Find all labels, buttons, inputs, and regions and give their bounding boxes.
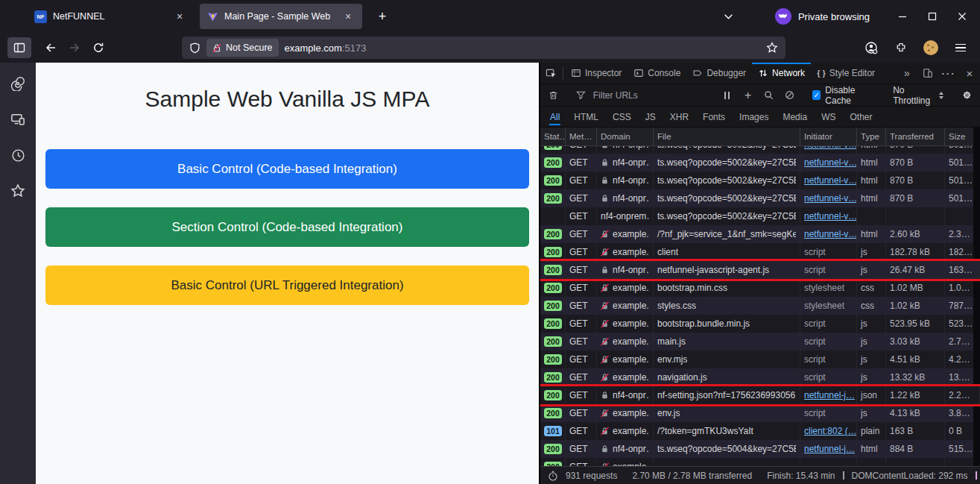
network-request-row[interactable]: 200GETexample.…/?nf_pjk=service_1&nf_smk…	[540, 225, 980, 243]
devtools-tab-inspector[interactable]: Inspector	[565, 63, 627, 84]
column-header[interactable]: File	[654, 128, 800, 145]
history-clock-icon[interactable]	[7, 145, 28, 166]
table-scrollbar-track[interactable]	[973, 128, 980, 466]
status-badge: 200	[544, 146, 562, 150]
initiator-link[interactable]: netfunnel-v…	[804, 207, 857, 225]
page-action-button-1[interactable]: Section Control (Code-based Integration)	[45, 207, 529, 247]
network-request-row[interactable]: 200GETexample.…navigation.jsscriptjs13.3…	[540, 368, 980, 386]
browser-tab-main-page[interactable]: Main Page - Sample Web ×	[200, 4, 362, 29]
network-request-row-highlighted[interactable]: 200GETnf4-onpr…nf-setting.json?nf=175623…	[540, 386, 980, 404]
filter-urls-input[interactable]	[593, 90, 709, 101]
clear-requests-trash-icon[interactable]	[545, 90, 563, 100]
back-button[interactable]	[39, 37, 63, 58]
window-maximize-button[interactable]	[920, 5, 944, 28]
window-close-button[interactable]	[950, 5, 974, 28]
devtools-close-button[interactable]: ×	[959, 63, 980, 84]
initiator-link[interactable]: netfunnel-j…	[804, 386, 855, 404]
network-request-row[interactable]: 200GETnf4-onpr…ts.wseq?opcode=5002&key=2…	[540, 172, 980, 189]
initiator-link[interactable]: netfunnel-j…	[804, 440, 855, 458]
shield-icon[interactable]	[189, 43, 200, 54]
network-settings-gear-icon[interactable]	[958, 89, 976, 101]
tab-close-icon[interactable]: ×	[173, 10, 186, 23]
filter-type-other[interactable]: Other	[849, 109, 873, 125]
window-minimize-button[interactable]	[891, 5, 914, 28]
list-all-tabs-chevron-icon[interactable]	[724, 13, 733, 20]
forward-button[interactable]	[63, 37, 86, 58]
column-header[interactable]: Type	[857, 128, 886, 145]
column-header[interactable]: Initiator	[800, 128, 857, 145]
page-action-button-0[interactable]: Basic Control (Code-based Integration)	[45, 149, 529, 189]
network-request-row-highlighted[interactable]: 200GETnf4-onpr…netfunnel-javascript-agen…	[540, 261, 980, 279]
account-icon[interactable]	[859, 37, 883, 58]
initiator-link[interactable]: netfunnel-v…	[804, 189, 857, 207]
network-request-row[interactable]: 200GETnf4-onpr…ts.wseq?opcode=5002&key=2…	[540, 146, 980, 154]
lock-slash-icon	[601, 319, 609, 328]
initiator-link[interactable]: netfunnel-v…	[804, 225, 857, 243]
ai-chatbot-icon[interactable]	[7, 73, 28, 94]
private-browsing-badge: Private browsing	[775, 8, 870, 25]
network-request-row[interactable]: 200GETexample.…styles.cssstylesheetcss1.…	[540, 297, 980, 315]
devtools-menu-button[interactable]: ···	[938, 63, 959, 84]
network-request-row[interactable]: 200GETexample.…bootstrap.min.cssstyleshe…	[540, 279, 980, 297]
page-action-button-2[interactable]: Basic Control (URL Triggered Integration…	[45, 265, 529, 305]
responsive-design-mode-button[interactable]	[917, 63, 938, 84]
filter-type-all[interactable]: All	[549, 109, 560, 125]
add-request-button[interactable]: +	[739, 89, 757, 102]
throttling-dropdown[interactable]: No Throttling	[888, 85, 948, 106]
initiator-link[interactable]: netfunnel-v…	[804, 172, 857, 189]
column-header[interactable]: Transferred	[886, 128, 945, 145]
lock-slash-icon	[601, 373, 609, 382]
filter-type-html[interactable]: HTML	[573, 109, 599, 125]
url-bar[interactable]: Not Secure example.com:5173	[182, 37, 785, 59]
sidebar-toggle-button[interactable]	[7, 37, 31, 58]
network-request-row[interactable]: 200GETnf4-onpr…ts.wseq?opcode=5002&key=2…	[540, 154, 980, 172]
not-secure-chip[interactable]: Not Secure	[206, 39, 279, 57]
transferred-cell: 4.13 kB	[886, 404, 945, 422]
filter-type-css[interactable]: CSS	[612, 109, 632, 125]
column-header[interactable]: Met…	[566, 128, 597, 145]
stopwatch-icon[interactable]	[548, 471, 558, 481]
devtools-tab-network[interactable]: Network	[752, 63, 811, 84]
filter-type-ws[interactable]: WS	[821, 109, 836, 125]
network-request-row[interactable]: 200GETexample.…clientscriptjs182.78 kB18…	[540, 243, 980, 261]
network-request-row[interactable]: 200GETexample.…env.mjsscriptjs4.51 kB4.2…	[540, 351, 980, 368]
network-request-row[interactable]: 200GETnf4-onpr…ts.wseq?opcode=5002&key=2…	[540, 189, 980, 207]
new-tab-button[interactable]: +	[373, 7, 392, 26]
devtools-tab-style-editor[interactable]: { }Style Editor	[811, 63, 881, 84]
filter-type-fonts[interactable]: Fonts	[702, 109, 726, 125]
network-request-row[interactable]: 200GETexample.…bootstrap.bundle.min.jssc…	[540, 315, 980, 333]
column-header[interactable]: Domain	[597, 128, 654, 145]
filter-type-media[interactable]: Media	[782, 109, 808, 125]
devtools-tab-console[interactable]: Console	[627, 63, 686, 84]
network-request-row[interactable]: GETnf4-onprem…ts.wseq?opcode=5002&key=27…	[540, 207, 980, 225]
network-request-row[interactable]: 101GETexample.…/?token=gmTKU3wsYaItclien…	[540, 422, 980, 440]
network-request-row[interactable]: 200GETexample.…env.jsscriptjs4.13 kB3.8…	[540, 404, 980, 422]
column-header[interactable]: Stat…	[540, 128, 566, 145]
network-request-row[interactable]: 200GETnf4-onpr…ts.wseq?opcode=5004&key=2…	[540, 440, 980, 458]
block-requests-icon[interactable]	[780, 90, 798, 100]
devtools-tab-debugger[interactable]: Debugger	[686, 63, 752, 84]
initiator-link[interactable]: client:802 (…	[804, 422, 857, 440]
bookmark-star-icon[interactable]	[766, 42, 778, 54]
reload-button[interactable]	[86, 37, 110, 58]
table-header-row[interactable]: Stat…Met…DomainFileInitiatorTypeTransfer…	[540, 128, 980, 146]
initiator-link[interactable]: netfunnel-v…	[804, 154, 857, 172]
bookmarks-star-icon[interactable]	[7, 180, 28, 201]
tab-close-icon[interactable]: ×	[341, 10, 355, 23]
pick-element-button[interactable]	[540, 63, 561, 84]
initiator-link[interactable]: netfunnel-v…	[804, 146, 857, 154]
browser-tab-netfunnel[interactable]: NF NetFUNNEL ×	[27, 4, 194, 29]
menu-hamburger-icon[interactable]	[949, 37, 973, 58]
synced-tabs-icon[interactable]	[7, 109, 28, 130]
profile-avatar[interactable]	[919, 37, 943, 58]
filter-type-js[interactable]: JS	[645, 109, 657, 125]
more-tabs-chevrons-icon[interactable]: »	[897, 63, 917, 84]
search-icon[interactable]	[760, 90, 778, 100]
network-request-row[interactable]: 200GETexample.…main.jsscriptjs3.03 kB2.7…	[540, 333, 980, 351]
network-request-row[interactable]: 200GETexample.…	[540, 458, 980, 466]
disable-cache-checkbox[interactable]: ✓ Disable Cache	[808, 85, 879, 106]
pause-recording-button[interactable]	[718, 92, 736, 99]
filter-type-xhr[interactable]: XHR	[669, 109, 689, 125]
extensions-icon[interactable]	[889, 37, 913, 58]
filter-type-images[interactable]: Images	[739, 109, 769, 125]
